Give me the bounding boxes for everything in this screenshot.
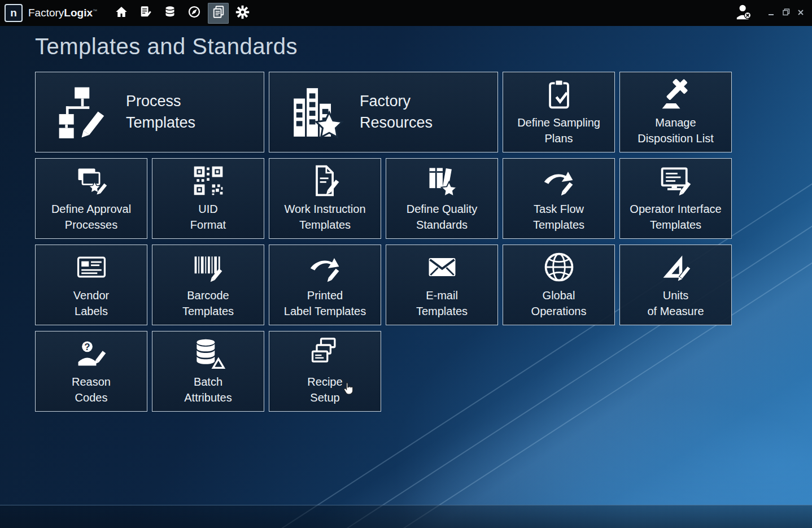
- tile-label: Define ApprovalProcesses: [51, 202, 131, 233]
- factorylogix-logo: n: [5, 4, 23, 22]
- document-pencil-icon: [308, 164, 342, 198]
- window-bottom-strip: [0, 505, 812, 528]
- person-question-pencil-icon: ?: [75, 337, 108, 370]
- label-card-icon: [75, 250, 108, 284]
- tile-uid-format[interactable]: UIDFormat: [152, 158, 264, 239]
- arrow-pencil-icon: [542, 164, 576, 198]
- tile-label: ManageDisposition List: [638, 115, 714, 146]
- tile-task-flow-templates[interactable]: Task FlowTemplates: [503, 158, 615, 239]
- document-pencil-icon: [139, 5, 152, 21]
- tile-label: Task FlowTemplates: [533, 202, 584, 233]
- trademark: ™: [93, 8, 97, 14]
- tile-reason-codes[interactable]: ? ReasonCodes: [35, 331, 147, 412]
- top-bar: n FactoryLogix™: [0, 0, 812, 26]
- factorylogix-window: n FactoryLogix™: [0, 0, 812, 528]
- svg-text:?: ?: [84, 342, 90, 353]
- home-icon: [115, 5, 128, 21]
- tile-barcode-templates[interactable]: BarcodeTemplates: [152, 245, 264, 325]
- tile-process-templates[interactable]: ProcessTemplates: [35, 72, 264, 152]
- tile-label: Work InstructionTemplates: [284, 202, 365, 233]
- restore-button[interactable]: [780, 8, 792, 18]
- logoff-user-button[interactable]: [734, 4, 753, 22]
- brand-part2: Logix: [64, 7, 93, 19]
- tile-work-instruction-templates[interactable]: Work InstructionTemplates: [269, 158, 381, 239]
- tile-recipe-setup[interactable]: RecipeSetup: [269, 331, 381, 412]
- logo-letter: n: [10, 7, 17, 19]
- tile-define-quality-standards[interactable]: Define QualityStandards: [386, 158, 498, 239]
- templates-tile-grid: ProcessTemplates FactoryResources Define…: [35, 72, 732, 412]
- globe-icon: [542, 250, 576, 284]
- books-star-icon: [425, 164, 459, 198]
- tile-label: E-mailTemplates: [416, 288, 468, 319]
- tile-vendor-labels[interactable]: VendorLabels: [35, 245, 147, 325]
- restore-icon: [783, 8, 790, 18]
- tile-label: RecipeSetup: [307, 374, 342, 405]
- compass-icon: [187, 5, 201, 21]
- brand-name: FactoryLogix™: [28, 7, 97, 19]
- tile-label: Operator InterfaceTemplates: [630, 202, 721, 233]
- tile-label: GlobalOperations: [531, 288, 587, 319]
- clipboard-check-icon: [542, 77, 576, 111]
- nav-home-button[interactable]: [111, 3, 132, 24]
- tile-email-templates[interactable]: E-mailTemplates: [386, 245, 498, 325]
- tile-label: ProcessTemplates: [126, 91, 195, 133]
- tile-label: Define SamplingPlans: [517, 115, 600, 146]
- factory-star-icon: [289, 85, 344, 140]
- tile-manage-disposition-list[interactable]: ManageDisposition List: [619, 72, 732, 152]
- close-icon: [797, 8, 804, 18]
- tile-label: FactoryResources: [360, 91, 433, 133]
- database-triangle-icon: [191, 337, 225, 370]
- tile-label: Define QualityStandards: [407, 202, 478, 233]
- cards-star-pencil-icon: [75, 164, 108, 198]
- stacked-windows-icon: [308, 337, 342, 370]
- tile-define-sampling-plans[interactable]: Define SamplingPlans: [503, 72, 615, 152]
- nav-production-button[interactable]: [159, 3, 180, 24]
- gear-icon: [235, 5, 250, 21]
- tile-units-of-measure[interactable]: Unitsof Measure: [619, 245, 732, 325]
- tile-batch-attributes[interactable]: BatchAttributes: [152, 331, 264, 412]
- templates-icon: [212, 5, 225, 21]
- nav-settings-button[interactable]: [232, 3, 253, 24]
- set-square-pencil-icon: [659, 250, 693, 284]
- tile-global-operations[interactable]: GlobalOperations: [503, 245, 615, 325]
- org-chart-pencil-icon: [55, 85, 110, 140]
- tile-label: VendorLabels: [73, 288, 109, 319]
- cursor-pointer: [343, 382, 353, 396]
- tile-label: ReasonCodes: [72, 374, 111, 405]
- nav-analytics-button[interactable]: [184, 3, 204, 24]
- tile-define-approval-processes[interactable]: Define ApprovalProcesses: [35, 158, 147, 239]
- tile-label: Unitsof Measure: [647, 288, 704, 319]
- tile-operator-interface-templates[interactable]: Operator InterfaceTemplates: [619, 158, 732, 239]
- brand-part1: Factory: [28, 7, 64, 19]
- tile-printed-label-templates[interactable]: PrintedLabel Templates: [269, 245, 381, 325]
- tile-label: PrintedLabel Templates: [284, 288, 366, 319]
- user-logout-icon: [735, 3, 752, 23]
- close-button[interactable]: [795, 8, 806, 18]
- tile-label: BarcodeTemplates: [182, 288, 234, 319]
- monitor-pencil-icon: [659, 164, 693, 198]
- topbar-right-controls: [734, 4, 812, 22]
- database-icon: [163, 5, 177, 21]
- envelope-icon: [425, 250, 459, 284]
- gavel-icon: [659, 77, 693, 111]
- tile-label: UIDFormat: [190, 202, 226, 233]
- nav-templates-button[interactable]: [208, 3, 229, 24]
- tile-label: BatchAttributes: [184, 374, 232, 405]
- page-title: Templates and Standards: [35, 34, 298, 59]
- nav-npi-button[interactable]: [135, 3, 156, 24]
- minimize-icon: [768, 8, 775, 18]
- qr-code-icon: [191, 164, 225, 198]
- tile-factory-resources[interactable]: FactoryResources: [269, 72, 498, 152]
- barcode-pencil-icon: [191, 250, 225, 284]
- arrow-pencil-icon: [308, 250, 342, 284]
- minimize-button[interactable]: [766, 8, 777, 18]
